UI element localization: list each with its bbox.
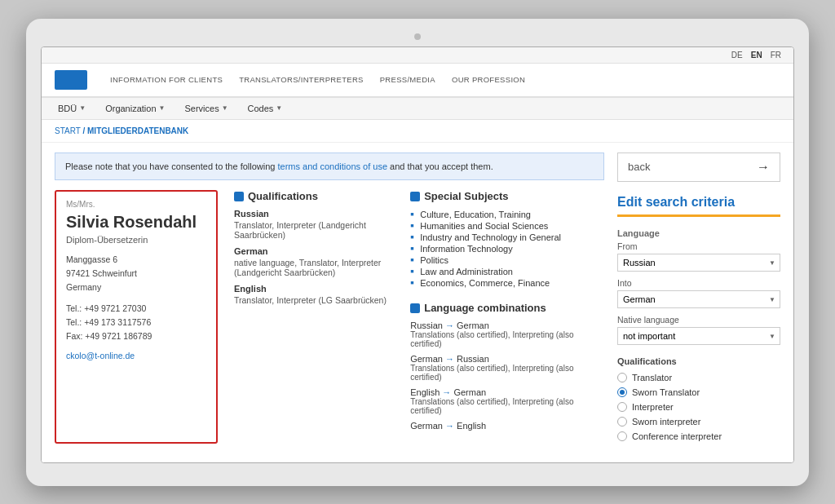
language-filter-section: Language From Russian Into German Native… (617, 228, 780, 345)
subject-item: Politics (410, 254, 604, 266)
combo-item: German → Russian Translations (also cert… (410, 354, 604, 382)
from-language-wrapper: Russian (617, 254, 780, 272)
camera-dot (414, 33, 421, 40)
profile-address: Manggasse 6 97421 Schweinfurt Germany (66, 253, 206, 294)
subject-item: Economics, Commerce, Finance (410, 277, 604, 289)
qualif-german: German native language, Translator, Inte… (234, 246, 395, 277)
detail-columns: Qualifications Russian Translator, Inter… (234, 190, 604, 444)
lang-en[interactable]: EN (749, 50, 765, 60)
chevron-icon: ▼ (276, 104, 282, 112)
lang-de[interactable]: DE (729, 50, 745, 60)
nav-press[interactable]: PRESS/MEDIA (380, 75, 435, 84)
qualif-russian: Russian Translator, Interpreter (Landger… (234, 209, 395, 240)
logo (55, 64, 91, 96)
native-language-select[interactable]: not important (617, 327, 780, 345)
radio-sworn-translator-circle[interactable] (617, 387, 627, 397)
lang-fr[interactable]: FR (768, 50, 784, 60)
chevron-icon: ▼ (79, 104, 86, 112)
qualifications-section: Qualifications Russian Translator, Inter… (234, 190, 395, 305)
breadcrumb-current: MITGLIEDERDATENBANK (87, 126, 188, 135)
nav-codes[interactable]: Codes ▼ (245, 102, 286, 115)
qualifications-column: Qualifications Russian Translator, Inter… (234, 190, 395, 444)
radio-conference-interpreter[interactable]: Conference interpreter (617, 431, 780, 441)
radio-interpreter[interactable]: Interpreter (617, 402, 780, 412)
breadcrumb-start[interactable]: START (55, 126, 81, 135)
special-subjects-title: Special Subjects (410, 190, 604, 202)
terms-link[interactable]: terms and conditions of use (278, 161, 388, 171)
profile-name: Silvia Rosendahl (66, 212, 206, 232)
subject-item: Humanities and Social Sciences (410, 220, 604, 232)
language-bar: DE EN FR (42, 47, 793, 64)
right-sidebar: back → Edit search criteria Language Fro… (617, 153, 780, 453)
edit-search-title: Edit search criteria (617, 195, 780, 217)
profile-email: ckolo@t-online.de (66, 350, 206, 361)
notice-bar: Please note that you have consented to t… (55, 153, 604, 181)
logo-icon (55, 70, 87, 90)
into-language-select[interactable]: German (617, 290, 780, 308)
back-arrow-icon: → (757, 160, 770, 175)
radio-translator[interactable]: Translator (617, 373, 780, 382)
radio-translator-circle[interactable] (617, 373, 627, 382)
special-subjects-section: Special Subjects Culture, Education, Tra… (410, 190, 604, 289)
qualifications-title: Qualifications (234, 190, 395, 202)
into-language-wrapper: German (617, 290, 780, 308)
nav-clients[interactable]: INFORMATION FOR CLIENTS (110, 75, 223, 84)
nav-bdu[interactable]: BDÜ ▼ (55, 102, 89, 115)
qualifications-icon (234, 192, 244, 201)
subject-item: Culture, Education, Training (410, 209, 604, 220)
qualif-english: English Translator, Interpreter (LG Saar… (234, 284, 395, 305)
radio-sworn-interpreter[interactable]: Sworn interpreter (617, 417, 780, 427)
subjects-icon (410, 192, 420, 201)
radio-sworn-translator[interactable]: Sworn Translator (617, 387, 780, 397)
lang-combos-title: Language combinations (410, 302, 604, 314)
subjects-list: Culture, Education, Training Humanities … (410, 209, 604, 289)
radio-sworn-interpreter-circle[interactable] (617, 417, 627, 427)
nav-organization[interactable]: Organization ▼ (102, 102, 168, 115)
profile-layout: Ms/Mrs. Silvia Rosendahl Diplom-Übersetz… (55, 190, 604, 444)
subject-item: Industry and Technology in General (410, 232, 604, 243)
breadcrumb: START / MITGLIEDERDATENBANK (42, 120, 793, 143)
native-language-wrapper: not important (617, 327, 780, 345)
profile-card: Ms/Mrs. Silvia Rosendahl Diplom-Übersetz… (55, 190, 218, 444)
profile-salutation: Ms/Mrs. (66, 200, 206, 209)
combo-item: English → German Translations (also cert… (410, 387, 604, 415)
subject-item: Law and Administration (410, 266, 604, 277)
chevron-icon: ▼ (222, 104, 228, 112)
profile-degree: Diplom-Übersetzerin (66, 235, 206, 245)
chevron-icon: ▼ (159, 104, 166, 112)
subjects-combos-column: Special Subjects Culture, Education, Tra… (410, 190, 604, 444)
email-link[interactable]: ckolo@t-online.de (66, 351, 135, 360)
nav-services[interactable]: Services ▼ (181, 102, 231, 115)
from-language-select[interactable]: Russian (617, 254, 780, 272)
qualifications-filter: Qualifications Translator Sworn Translat… (617, 356, 780, 441)
combo-item: German → English (410, 421, 604, 431)
combos-icon (410, 303, 420, 313)
content-area: Please note that you have consented to t… (42, 143, 793, 462)
nav-links: INFORMATION FOR CLIENTS TRANSLATORS/INTE… (110, 75, 525, 84)
radio-interpreter-circle[interactable] (617, 402, 627, 412)
radio-conference-interpreter-circle[interactable] (617, 431, 627, 441)
nav-profession[interactable]: OUR PROFESSION (452, 75, 525, 84)
subject-item: Information Technology (410, 243, 604, 254)
lang-combos-section: Language combinations Russian → German T… (410, 302, 604, 431)
nav-translators[interactable]: TRANSLATORS/INTERPRETERS (239, 75, 364, 84)
combo-item: Russian → German Translations (also cert… (410, 321, 604, 348)
main-nav: INFORMATION FOR CLIENTS TRANSLATORS/INTE… (42, 64, 793, 98)
profile-phone: Tel.: +49 9721 27030 Tel.: +49 173 31175… (66, 302, 206, 343)
main-content: Please note that you have consented to t… (55, 153, 604, 453)
back-button[interactable]: back → (617, 153, 780, 182)
secondary-nav: BDÜ ▼ Organization ▼ Services ▼ Codes ▼ (42, 98, 793, 120)
